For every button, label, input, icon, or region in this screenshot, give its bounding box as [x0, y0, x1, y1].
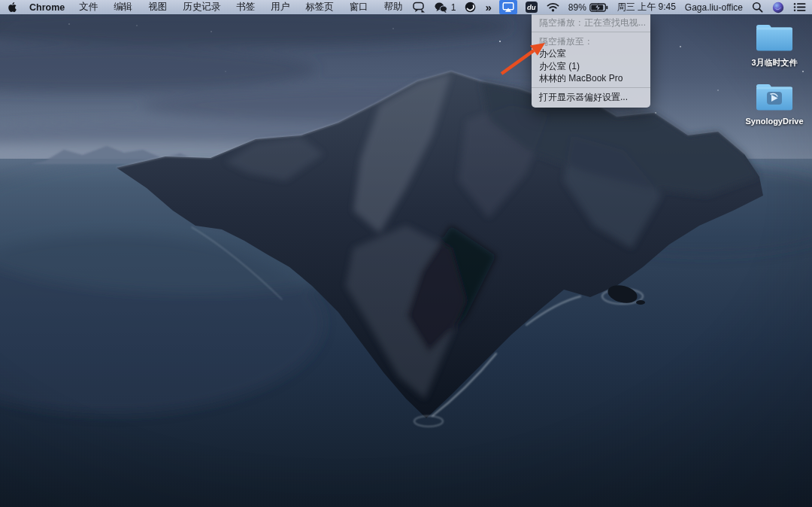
input-source-name[interactable]: Gaga.liu-office	[685, 2, 743, 13]
airplay-status-item: 隔空播放：正在查找电视...	[532, 17, 650, 29]
menu-item-tabs[interactable]: 标签页	[305, 1, 334, 14]
menu-bar: Chrome 文件 编辑 视图 历史记录 书签 用户 标签页 窗口 帮助 1 »	[0, 0, 812, 14]
status-icons: 1 » du 89% 周三	[413, 0, 806, 14]
siri-icon[interactable]	[772, 2, 784, 14]
wifi-icon[interactable]	[547, 2, 559, 12]
menu-separator	[532, 87, 650, 88]
airplay-display-glyph	[502, 2, 514, 13]
airplay-device-office[interactable]: 办公室	[532, 47, 650, 60]
proxy-circle-icon[interactable]	[465, 2, 476, 13]
apple-menu[interactable]	[8, 2, 17, 13]
desktop-wallpaper	[0, 0, 812, 507]
baidu-netdisk-icon[interactable]: du	[526, 2, 538, 13]
double-chevron-icon[interactable]: »	[485, 2, 490, 13]
menu-item-edit[interactable]: 编辑	[114, 1, 132, 14]
airplay-device-macbook-pro[interactable]: 林林的 MacBook Pro	[532, 72, 650, 85]
folder-synology-icon	[754, 81, 795, 113]
airplay-target-header: 隔空播放至：	[532, 35, 650, 48]
airplay-dropdown-menu: 隔空播放：正在查找电视... 隔空播放至： 办公室 办公室 (1) 林林的 Ma…	[532, 14, 650, 108]
folder-icon	[754, 22, 795, 53]
menu-item-file[interactable]: 文件	[79, 1, 98, 14]
desktop-icon-column: 3月临时文件 SynologyDrive	[740, 22, 809, 126]
chat-bubble-icon[interactable]	[413, 2, 426, 13]
wechat-badge: 1	[451, 2, 456, 13]
airplay-device-office-1[interactable]: 办公室 (1)	[532, 60, 650, 73]
wechat-icon[interactable]	[435, 2, 447, 13]
notification-list-icon[interactable]	[793, 2, 806, 12]
menu-item-help[interactable]: 帮助	[384, 1, 403, 14]
airplay-icon[interactable]	[499, 0, 517, 14]
desktop-folder-march-temp[interactable]: 3月临时文件	[740, 22, 809, 68]
catalina-night-wallpaper	[0, 0, 812, 507]
menu-item-people[interactable]: 用户	[271, 1, 289, 14]
menu-item-history[interactable]: 历史记录	[183, 1, 220, 14]
desktop-folder-synology-drive[interactable]: SynologyDrive	[740, 81, 809, 126]
desktop-icon-label: SynologyDrive	[745, 117, 803, 126]
battery-percent: 89%	[568, 2, 586, 13]
baidu-netdisk-label: du	[527, 3, 536, 11]
menu-bar-clock[interactable]: 周三 上午 9:45	[617, 1, 676, 14]
app-menus: 文件 编辑 视图 历史记录 书签 用户 标签页 窗口 帮助	[79, 1, 403, 14]
menu-item-view[interactable]: 视图	[148, 1, 167, 14]
active-app-menu[interactable]: Chrome	[29, 2, 65, 13]
apple-logo-icon	[8, 2, 17, 13]
spotlight-search-icon[interactable]	[752, 2, 763, 13]
menu-item-window[interactable]: 窗口	[350, 1, 368, 14]
menu-item-bookmarks[interactable]: 书签	[236, 1, 255, 14]
desktop-icon-label: 3月临时文件	[751, 57, 797, 68]
battery-indicator[interactable]: 89%	[568, 2, 608, 13]
menu-separator	[532, 32, 650, 32]
synology-emblem	[767, 92, 782, 105]
open-display-preferences-item[interactable]: 打开显示器偏好设置...	[532, 91, 650, 104]
battery-charging-icon	[589, 3, 608, 12]
